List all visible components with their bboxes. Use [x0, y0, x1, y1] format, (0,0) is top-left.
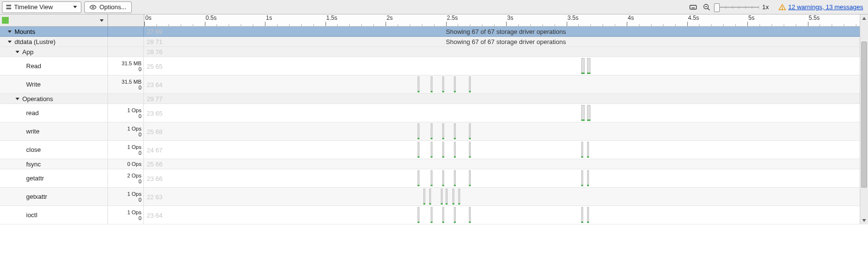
row-min: 0: [139, 113, 141, 119]
row-min: 0: [139, 66, 141, 72]
svg-point-0: [92, 6, 94, 8]
event-marker[interactable]: [587, 105, 590, 121]
chevron-down-icon[interactable]: [16, 51, 19, 53]
row-label: Write: [26, 81, 41, 88]
row-index: 25 65: [147, 62, 163, 70]
event-marker[interactable]: [429, 189, 431, 205]
event-marker[interactable]: [442, 207, 444, 223]
event-marker[interactable]: [469, 76, 471, 92]
event-marker[interactable]: [418, 207, 419, 223]
options-button[interactable]: Options...: [84, 1, 132, 13]
event-marker[interactable]: [418, 142, 419, 158]
event-marker[interactable]: [431, 142, 433, 158]
event-marker[interactable]: [431, 170, 433, 186]
event-marker[interactable]: [454, 207, 456, 223]
row-max: 31.5 MB: [122, 60, 141, 66]
chevron-down-icon[interactable]: [8, 41, 12, 43]
options-button-label: Options...: [99, 3, 126, 11]
scroll-down-icon[interactable]: [862, 217, 867, 224]
row-op-close[interactable]: close 1 Ops 0 24 67: [0, 141, 868, 159]
event-marker[interactable]: [418, 170, 419, 186]
event-marker[interactable]: [441, 189, 443, 205]
event-marker[interactable]: [469, 207, 471, 223]
scroll-up-icon[interactable]: [862, 15, 867, 22]
time-ruler[interactable]: 0s0.5s1s1.5s2s2.5s3s3.5s4s4.5s5s5.5s6s: [144, 15, 868, 26]
event-marker[interactable]: [587, 170, 589, 186]
event-marker[interactable]: [458, 189, 460, 205]
ruler-tick-label: 5.5s: [809, 15, 820, 21]
event-marker[interactable]: [587, 207, 589, 223]
event-marker[interactable]: [454, 76, 456, 92]
row-dtdata[interactable]: dtdata (Lustre) 28 71 Showing 67 of 67 s…: [0, 37, 868, 47]
event-marker[interactable]: [454, 142, 456, 158]
chevron-down-icon[interactable]: [16, 98, 19, 100]
row-op-getattr[interactable]: getattr 2 Ops 0 23 66: [0, 169, 868, 188]
warning-icon: [778, 3, 786, 11]
event-marker[interactable]: [418, 76, 419, 92]
keyboard-icon[interactable]: [688, 2, 698, 13]
row-index: 24 67: [147, 146, 163, 153]
row-min: 0: [139, 197, 141, 203]
row-max: 1 Ops: [127, 144, 141, 150]
ruler-tick-label: 2s: [387, 15, 393, 21]
row-label: App: [22, 48, 33, 56]
event-marker[interactable]: [469, 170, 471, 186]
event-marker[interactable]: [452, 189, 454, 205]
selection-chip[interactable]: [2, 17, 9, 24]
row-op-getxattr[interactable]: getxattr 1 Ops 0 22 63: [0, 188, 868, 206]
ruler-tick-label: 5s: [748, 15, 755, 21]
ruler-tick-label: 4s: [628, 15, 634, 21]
event-marker[interactable]: [442, 76, 444, 92]
warnings-link-text: 12 warnings, 13 messages: [788, 3, 863, 11]
event-marker[interactable]: [442, 142, 444, 158]
event-marker[interactable]: [423, 189, 425, 205]
vertical-scrollbar[interactable]: [860, 15, 868, 224]
chevron-down-icon[interactable]: [100, 19, 104, 22]
row-index: 23 64: [147, 81, 163, 88]
event-marker[interactable]: [581, 142, 583, 158]
row-io-write[interactable]: Write 31.5 MB 0 23 64: [0, 75, 868, 94]
warnings-link[interactable]: 12 warnings, 13 messages: [778, 3, 863, 11]
event-marker[interactable]: [442, 170, 444, 186]
event-marker[interactable]: [454, 170, 456, 186]
row-operations[interactable]: Operations 29 77: [0, 94, 868, 104]
event-marker[interactable]: [581, 58, 585, 74]
zoom-slider-thumb[interactable]: [714, 3, 720, 12]
view-selector[interactable]: Timeline View: [2, 1, 81, 13]
event-marker[interactable]: [581, 105, 585, 121]
row-index: 23 65: [147, 109, 163, 117]
row-mounts[interactable]: Mounts 27 69 Showing 67 of 67 storage dr…: [0, 27, 868, 37]
row-app[interactable]: App 28 76: [0, 47, 868, 57]
chevron-down-icon[interactable]: [8, 30, 12, 33]
event-marker[interactable]: [446, 189, 448, 205]
event-marker[interactable]: [587, 58, 590, 74]
event-marker[interactable]: [587, 142, 589, 158]
ruler-tick-label: 0s: [145, 15, 152, 21]
row-op-write[interactable]: write 1 Ops 0 25 68: [0, 122, 868, 141]
event-marker[interactable]: [431, 207, 433, 223]
view-selector-label: Timeline View: [14, 3, 53, 11]
row-min: 0: [139, 178, 141, 184]
event-marker[interactable]: [454, 123, 456, 139]
row-label: close: [26, 146, 41, 153]
row-op-read[interactable]: read 1 Ops 0 23 65: [0, 104, 868, 122]
event-marker[interactable]: [431, 76, 433, 92]
zoom-slider[interactable]: 1x: [715, 3, 769, 11]
event-marker[interactable]: [469, 142, 471, 158]
chevron-down-icon: [73, 6, 77, 8]
row-op-ioctl[interactable]: ioctl 1 Ops 0 23 64: [0, 206, 868, 224]
row-min: 0: [139, 215, 141, 221]
event-marker[interactable]: [431, 123, 433, 139]
row-message: Showing 67 of 67 storage driver operatio…: [446, 28, 566, 35]
event-marker[interactable]: [418, 123, 419, 139]
zoom-out-icon[interactable]: [701, 2, 712, 13]
scrollbar-thumb[interactable]: [861, 42, 867, 188]
event-marker[interactable]: [442, 123, 444, 139]
row-io-read[interactable]: Read 31.5 MB 0 25 65: [0, 57, 868, 75]
row-op-fsync[interactable]: fsync 0 Ops 25 66: [0, 159, 868, 169]
row-index: 27 69: [147, 28, 163, 35]
row-label: Read: [26, 62, 41, 70]
event-marker[interactable]: [581, 170, 583, 186]
event-marker[interactable]: [469, 123, 471, 139]
event-marker[interactable]: [581, 207, 583, 223]
